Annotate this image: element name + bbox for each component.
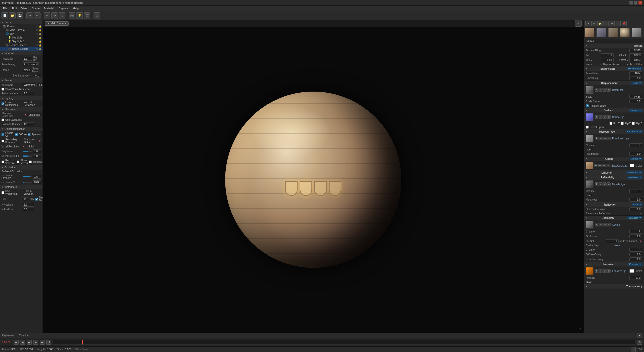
shadow-res-dropdown[interactable]: Ludicrous [28,113,41,117]
close-button[interactable]: ✕ [638,1,642,5]
met-reload-btn[interactable]: ↺ [603,182,607,186]
occ-mat-badge[interactable]: Occlusion ▼ [627,216,642,219]
toolbar-rotate[interactable]: ↻ [51,12,58,19]
material-name[interactable]: Default [585,39,643,43]
toolbar-camera[interactable]: 📷 [69,12,75,19]
tree-item-render[interactable]: 🎬 Render 👁 🔒 [0,24,43,28]
use-watermark-checkbox[interactable] [2,191,4,194]
antialiasing-dropdown[interactable]: 4x Temporal [23,62,39,66]
menu-view[interactable]: View [19,6,29,10]
disp-clear-btn[interactable]: ✕ [607,88,611,92]
reflection-header[interactable]: ▼ Reflection GGX ▼ [584,202,644,207]
rp-close-btn[interactable]: ✕ [603,21,609,26]
toolbar-open[interactable]: 📁 [9,12,16,19]
tile-v-value[interactable]: 0.53 [601,58,614,62]
met-clear-btn[interactable]: ✕ [607,182,611,186]
em-edit-btn[interactable]: ✏ [599,269,602,273]
roughness-channel-value[interactable]: R [629,143,642,147]
uv-set-value[interactable]: 1 [606,239,619,243]
transport-loop[interactable]: ↺ [46,340,51,345]
smoothing-value[interactable]: 1.0 [629,76,642,80]
timeline-collapse-btn[interactable]: ▼ [637,333,642,338]
revoxelize-checkbox[interactable] [2,161,4,163]
intensity-value[interactable]: 10.0 [629,276,642,280]
tile-u-value[interactable]: 1.0 [601,53,614,57]
menu-material[interactable]: Material [42,6,56,10]
occ-strength-value[interactable]: 1.5 [33,175,41,179]
transport-rewind[interactable]: ⏮ [14,340,19,345]
tree-item-rendersphere[interactable]: ⚫ RenderSphere 👁 🔒 [0,43,43,47]
viewport[interactable]: ▼ Main Camera ⤢ ⤢ [43,20,584,333]
local-reflections-checkbox[interactable] [2,102,4,105]
emissive-badge[interactable]: Emissive ▼ [628,263,642,266]
shadows-header[interactable]: ▼ Shadows [0,107,43,111]
maximize-button[interactable]: □ [634,1,637,5]
menu-edit[interactable]: Edit [10,6,19,10]
occ-strength-slider[interactable] [23,176,32,177]
toolbar-redo[interactable]: ↪ [34,12,41,19]
menu-capture[interactable]: Capture [57,6,70,10]
mat-thumb-3[interactable] [608,28,618,37]
offset-v-value[interactable]: 0.083 [629,58,642,62]
rp-eye-btn[interactable]: 👁 [616,21,621,26]
y-pos-value[interactable]: 0.0 [23,208,34,211]
menu-scene[interactable]: Scene [30,6,42,10]
albedo-color-swatch[interactable] [630,164,635,167]
watermark-size-value[interactable]: 1x [23,197,28,201]
menu-file[interactable]: File [1,6,10,10]
subdivision-header[interactable]: ▼ Subdivision PN Triangles [584,66,644,71]
diffuse-cavity-value[interactable]: 1.0 [629,253,642,256]
voxel-fit-value[interactable]: 1.0 [33,154,41,158]
em-view-btn[interactable]: 🔍 [595,269,598,273]
viewport-header[interactable]: ▼ Viewport [0,51,43,55]
show-voxels-checkbox[interactable] [17,161,19,163]
occ-mat-header[interactable]: ▼ Occlusion Occlusion ▼ [584,216,644,220]
rp-folder-btn[interactable]: 📁 [597,21,602,26]
albedo-badge[interactable]: Albedo ▼ [630,157,642,160]
transport-play[interactable]: ▶ [27,340,32,345]
occ-edit-btn[interactable]: ✏ [599,223,602,226]
offset-u-value[interactable]: 8.333 [629,53,642,57]
tree-item-camera[interactable]: 🎥 Main Camera 👁 🔒 [0,28,43,32]
scene-props-header[interactable]: ▼ Scene [0,78,43,83]
em-clear-btn[interactable]: ✕ [607,269,611,273]
subdivision-badge[interactable]: PN Triangles [627,67,642,70]
watermark-header[interactable]: ▼ Watermark [0,185,43,189]
metalness-value[interactable]: 1.0 [629,198,642,202]
reflectivity-header[interactable]: ▼ Reflectivity Metalness ▼ [584,175,644,180]
surface-header[interactable]: ▼ Surface Normals ▼ [584,108,644,112]
disp-center-value[interactable]: 0.5 [629,100,642,103]
resolution-value[interactable]: 1:1 [23,57,32,61]
rough-clear-btn[interactable]: ✕ [607,137,611,140]
rough-view-btn[interactable]: 🔍 [595,137,598,140]
scene-section-header[interactable]: ▼ Scene [0,20,43,24]
norm-clear-btn[interactable]: ✕ [607,115,611,119]
occlusion-header[interactable]: ▼ Occlusion [0,165,43,170]
mat-thumb-2[interactable] [596,28,606,37]
tessellation-gi-checkbox[interactable] [29,161,32,163]
norm-reload-btn[interactable]: ↺ [603,115,607,119]
texture-header[interactable]: ▼ Texture [584,44,644,48]
cascade-dist-value[interactable]: 0.1 [23,122,34,126]
viewport-reset-btn[interactable]: ⤢ [575,20,582,27]
rp-settings-btn[interactable]: ⚙ [591,21,596,26]
disp-reload-btn[interactable]: ↺ [603,88,607,92]
disp-edit-btn[interactable]: ✏ [599,88,602,92]
displacement-badge[interactable]: Height ▼ [631,82,642,85]
microsurface-header[interactable]: ▼ Microsurface Roughness ▼ [584,129,644,134]
reflectivity-badge[interactable]: Metalness ▼ [627,176,642,179]
met-view-btn[interactable]: 🔍 [595,182,598,186]
tree-item-sky[interactable]: 🌐 Sky 👁 🔒 [0,32,43,36]
brightness-value[interactable]: 1.0 [33,149,41,153]
gi-header[interactable]: ▼ Global Illumination [0,127,43,131]
toolbar-new[interactable]: 📄 [2,12,8,19]
voxel-res-dropdown[interactable]: High [26,145,34,148]
toolbar-light[interactable]: 💡 [76,12,83,19]
flip-y-checkbox[interactable] [621,122,624,125]
mat-thumb-4[interactable] [620,28,630,37]
secondary-bounces-checkbox[interactable] [2,140,4,142]
stereo-dropdown[interactable]: None [23,68,31,72]
texture-tiling-value[interactable]: 5.325 [629,49,642,52]
occ-size-value[interactable]: 0.04 [33,180,41,184]
norm-view-btn[interactable]: 🔍 [595,115,598,119]
